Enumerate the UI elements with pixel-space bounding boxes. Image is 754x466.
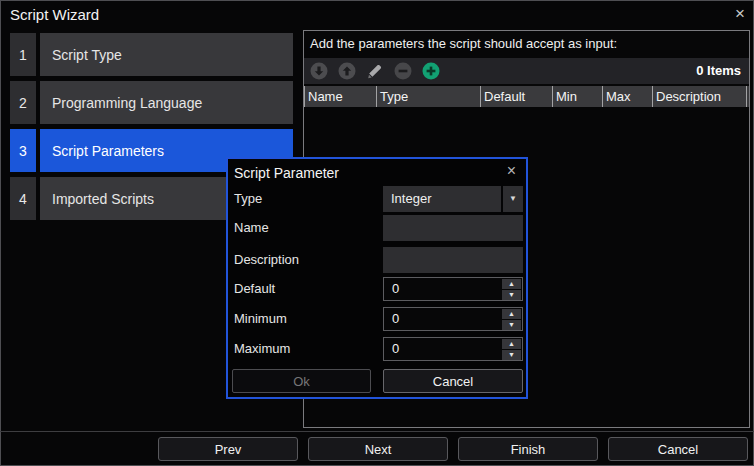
- step-number: 2: [10, 81, 36, 124]
- spinner-buttons: ▲▼: [501, 278, 522, 300]
- edit-icon[interactable]: [366, 62, 384, 80]
- maximum-spin-up-button[interactable]: ▲: [502, 339, 521, 349]
- type-label: Type: [234, 186, 262, 212]
- minimum-spin-down-button[interactable]: ▼: [502, 320, 521, 330]
- column-header-description[interactable]: Description: [652, 86, 747, 107]
- cancel-button[interactable]: Cancel: [383, 369, 523, 393]
- column-header-name[interactable]: Name: [304, 86, 376, 107]
- column-header-default[interactable]: Default: [480, 86, 552, 107]
- maximum-spinner[interactable]: 0▲▼: [383, 337, 523, 361]
- step-number: 1: [10, 33, 36, 76]
- minimum-spinner-value[interactable]: 0: [384, 308, 501, 330]
- default-spin-down-button[interactable]: ▼: [502, 290, 521, 300]
- maximum-spin-down-button[interactable]: ▼: [502, 350, 521, 360]
- dialog-close-icon[interactable]: ×: [507, 162, 516, 180]
- items-count: 0 Items: [696, 58, 741, 84]
- title-bar: Script Wizard ×: [0, 0, 754, 30]
- footer-prev-button[interactable]: Prev: [158, 437, 298, 461]
- default-spinner[interactable]: 0▲▼: [383, 277, 523, 301]
- minimum-label: Minimum: [234, 307, 287, 331]
- column-header-min[interactable]: Min: [552, 86, 602, 107]
- add-icon[interactable]: [422, 62, 440, 80]
- window-title: Script Wizard: [10, 6, 99, 23]
- description-label: Description: [234, 247, 299, 273]
- maximum-spinner-value[interactable]: 0: [384, 338, 501, 360]
- parameters-toolbar: 0 Items: [304, 58, 749, 84]
- maximum-label: Maximum: [234, 337, 290, 361]
- default-label: Default: [234, 277, 275, 301]
- name-input[interactable]: [383, 215, 523, 241]
- sidebar-step-script-type[interactable]: 1Script Type: [10, 33, 293, 76]
- footer-next-button[interactable]: Next: [308, 437, 448, 461]
- type-dropdown-value: Integer: [383, 186, 501, 212]
- step-number: 4: [10, 177, 36, 220]
- script-wizard-window: Script Wizard × 1Script Type2Programming…: [0, 0, 754, 466]
- window-close-icon[interactable]: ×: [735, 4, 745, 24]
- column-header-type[interactable]: Type: [376, 86, 480, 107]
- move-up-icon[interactable]: [338, 62, 356, 80]
- description-input[interactable]: [383, 247, 523, 273]
- script-parameter-dialog: Script Parameter × TypeInteger▼NameDescr…: [226, 157, 528, 399]
- remove-icon[interactable]: [394, 62, 412, 80]
- step-label: Script Type: [40, 33, 293, 76]
- footer-separator: [0, 431, 754, 432]
- parameters-table-header: NameTypeDefaultMinMaxDescription: [304, 86, 749, 107]
- spinner-buttons: ▲▼: [501, 308, 522, 330]
- column-header-max[interactable]: Max: [602, 86, 652, 107]
- step-number: 3: [10, 129, 36, 172]
- step-label: Programming Language: [40, 81, 293, 124]
- type-dropdown[interactable]: Integer▼: [383, 186, 523, 212]
- footer-finish-button[interactable]: Finish: [458, 437, 598, 461]
- sidebar-step-programming-language[interactable]: 2Programming Language: [10, 81, 293, 124]
- default-spin-up-button[interactable]: ▲: [502, 279, 521, 289]
- minimum-spinner[interactable]: 0▲▼: [383, 307, 523, 331]
- footer-cancel-button[interactable]: Cancel: [608, 437, 748, 461]
- chevron-down-icon[interactable]: ▼: [503, 186, 523, 212]
- ok-button[interactable]: Ok: [232, 369, 371, 393]
- minimum-spin-up-button[interactable]: ▲: [502, 309, 521, 319]
- name-label: Name: [234, 215, 269, 241]
- spinner-buttons: ▲▼: [501, 338, 522, 360]
- move-down-icon[interactable]: [310, 62, 328, 80]
- default-spinner-value[interactable]: 0: [384, 278, 501, 300]
- instruction-text: Add the parameters the script should acc…: [310, 36, 617, 51]
- dialog-title: Script Parameter: [234, 165, 339, 181]
